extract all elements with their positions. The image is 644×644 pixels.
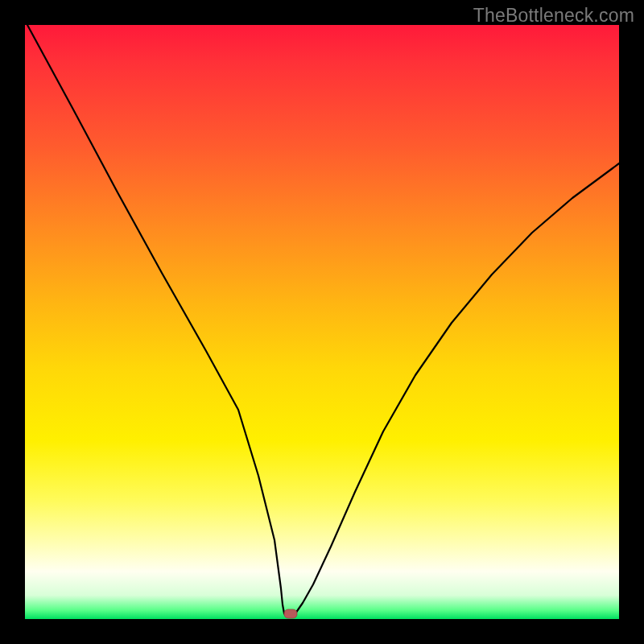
plot-area xyxy=(25,25,619,619)
chart-frame: TheBottleneck.com xyxy=(0,0,644,644)
min-marker xyxy=(284,609,297,618)
watermark-text: TheBottleneck.com xyxy=(473,5,634,27)
curve-path xyxy=(27,25,619,617)
bottleneck-curve xyxy=(25,25,619,619)
